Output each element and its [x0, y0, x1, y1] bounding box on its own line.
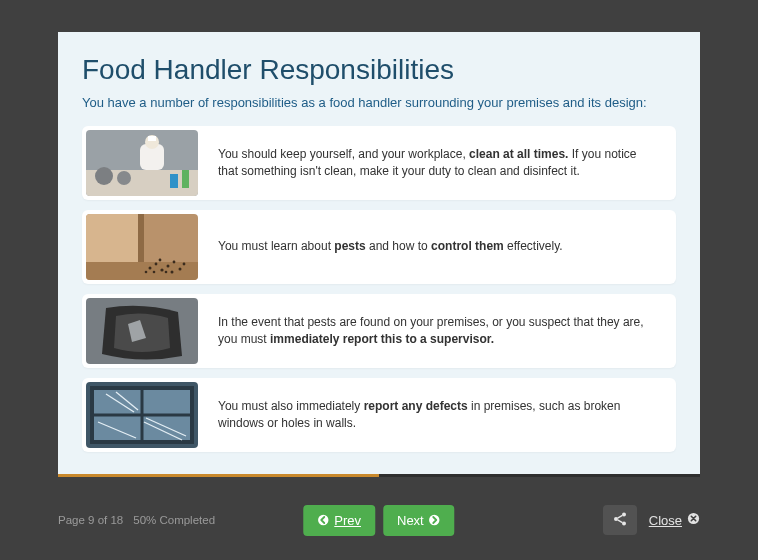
share-icon — [612, 511, 628, 529]
next-label: Next — [397, 513, 424, 528]
card-text: You must also immediately report any def… — [198, 388, 676, 443]
svg-point-15 — [160, 269, 163, 272]
svg-point-24 — [165, 271, 168, 274]
prev-button[interactable]: Prev — [303, 505, 375, 536]
svg-point-36 — [318, 515, 328, 525]
page-subtitle: You have a number of responsibilities as… — [82, 94, 676, 112]
svg-point-2 — [95, 167, 113, 185]
svg-line-41 — [617, 515, 622, 518]
svg-point-14 — [155, 263, 158, 266]
svg-rect-12 — [86, 262, 198, 280]
page-status-group: Page 9 of 18 50% Completed — [58, 514, 215, 526]
svg-point-22 — [183, 263, 186, 266]
card-thumbnail-pests — [86, 214, 198, 280]
card-text: In the event that pests are found on you… — [198, 304, 676, 359]
svg-point-19 — [153, 271, 156, 274]
next-button[interactable]: Next — [383, 505, 455, 536]
svg-point-20 — [159, 259, 162, 262]
svg-rect-8 — [182, 170, 189, 188]
close-icon — [687, 512, 700, 528]
page-counter: Page 9 of 18 — [58, 514, 123, 526]
card-text: You should keep yourself, and your workp… — [198, 136, 676, 191]
close-label: Close — [649, 513, 682, 528]
page-title: Food Handler Responsibilities — [82, 54, 676, 86]
progress-fill — [58, 474, 379, 477]
footer-bar: Page 9 of 18 50% Completed Prev Next — [58, 498, 700, 542]
arrow-left-icon — [317, 514, 329, 526]
svg-rect-6 — [148, 136, 156, 141]
svg-point-18 — [179, 268, 182, 271]
svg-point-3 — [117, 171, 131, 185]
progress-bar — [58, 474, 700, 477]
responsibility-card: You must learn about pests and how to co… — [82, 210, 676, 284]
svg-point-37 — [430, 515, 440, 525]
svg-point-17 — [173, 261, 176, 264]
completion-label: 50% Completed — [133, 514, 215, 526]
svg-line-42 — [617, 520, 622, 523]
svg-rect-7 — [170, 174, 178, 188]
card-text: You must learn about pests and how to co… — [198, 228, 676, 265]
svg-point-21 — [171, 271, 174, 274]
card-thumbnail-cleaning — [86, 130, 198, 196]
card-thumbnail-defects — [86, 382, 198, 448]
close-button[interactable]: Close — [649, 512, 700, 528]
responsibility-card: You must also immediately report any def… — [82, 378, 676, 452]
nav-controls: Prev Next — [303, 505, 454, 536]
svg-point-16 — [167, 265, 170, 268]
responsibility-card: In the event that pests are found on you… — [82, 294, 676, 368]
right-controls: Close — [603, 505, 700, 535]
share-button[interactable] — [603, 505, 637, 535]
slide-container: Food Handler Responsibilities You have a… — [58, 32, 700, 474]
svg-point-13 — [149, 267, 152, 270]
svg-point-23 — [145, 271, 148, 274]
card-thumbnail-report — [86, 298, 198, 364]
prev-label: Prev — [334, 513, 361, 528]
responsibility-card: You should keep yourself, and your workp… — [82, 126, 676, 200]
arrow-right-icon — [429, 514, 441, 526]
